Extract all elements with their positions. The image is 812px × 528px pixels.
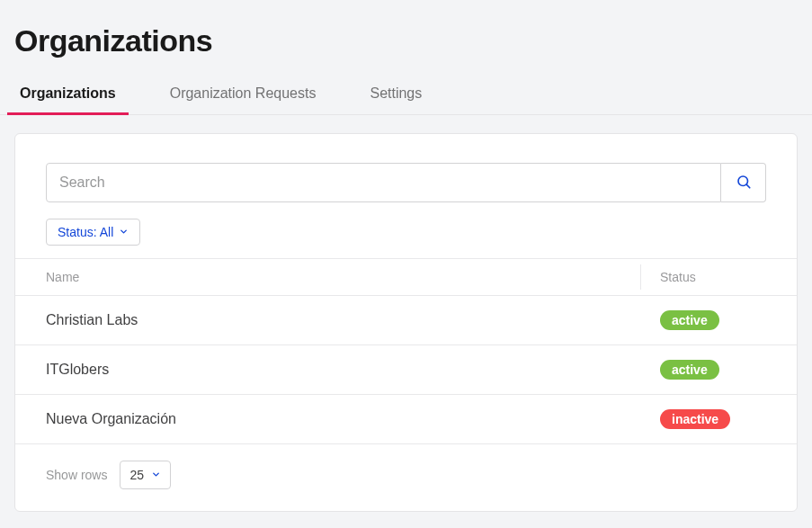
table-row[interactable]: Christian Labs active xyxy=(15,296,797,345)
table-header: Name Status xyxy=(15,258,797,296)
cell-name: ITGlobers xyxy=(15,347,653,392)
cell-status: active xyxy=(653,345,797,394)
searchbar xyxy=(46,163,766,202)
tab-settings[interactable]: Settings xyxy=(364,75,427,114)
status-badge: inactive xyxy=(660,409,730,429)
table-row[interactable]: Nueva Organización inactive xyxy=(15,395,797,444)
status-filter[interactable]: Status: All xyxy=(46,219,140,246)
cell-status: inactive xyxy=(653,395,797,443)
status-badge: active xyxy=(660,310,719,330)
tabs: Organizations Organization Requests Sett… xyxy=(0,75,812,115)
chevron-down-icon xyxy=(151,468,161,482)
status-badge: active xyxy=(660,360,719,380)
cell-name: Christian Labs xyxy=(15,298,653,343)
search-icon xyxy=(736,174,752,192)
filter-row: Status: All xyxy=(15,219,797,246)
status-filter-label: Status: All xyxy=(58,225,113,239)
cell-status: active xyxy=(653,296,797,345)
organizations-table: Name Status Christian Labs active ITGlob… xyxy=(15,258,797,444)
pagination: Show rows 25 xyxy=(15,444,797,489)
cell-name: Nueva Organización xyxy=(15,397,653,442)
organizations-panel: Status: All Name Status Christian Labs a… xyxy=(14,133,798,512)
page-size-select[interactable]: 25 xyxy=(120,461,171,489)
tab-organization-requests[interactable]: Organization Requests xyxy=(165,75,322,114)
search-input[interactable] xyxy=(46,163,721,202)
chevron-down-icon xyxy=(119,225,129,239)
column-status: Status xyxy=(653,259,797,295)
table-row[interactable]: ITGlobers active xyxy=(15,345,797,395)
column-name: Name xyxy=(15,259,653,295)
svg-line-1 xyxy=(746,184,750,188)
tab-organizations[interactable]: Organizations xyxy=(14,75,121,114)
page-size-value: 25 xyxy=(129,468,144,482)
page-title: Organizations xyxy=(0,0,812,75)
show-rows-label: Show rows xyxy=(46,468,107,482)
search-button[interactable] xyxy=(721,163,766,202)
